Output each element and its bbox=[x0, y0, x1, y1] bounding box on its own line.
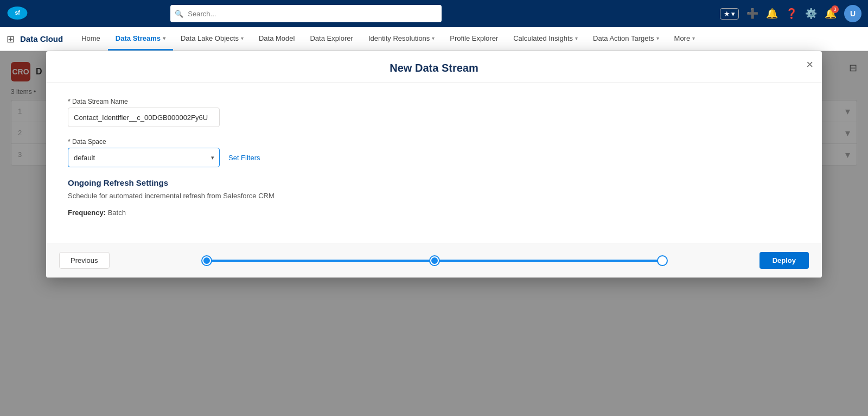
nav-profile-label: Profile Explorer bbox=[450, 34, 498, 42]
data-space-group: * Data Space default ▾ Set Filters bbox=[68, 138, 800, 167]
avatar[interactable]: U bbox=[844, 5, 861, 22]
search-bar: 🔍 bbox=[170, 5, 442, 22]
nav-item-data-lake-objects[interactable]: Data Lake Objects ▾ bbox=[173, 27, 251, 51]
help-button[interactable]: ❓ bbox=[786, 8, 797, 20]
modal-body: * Data Stream Name * Data Space default … bbox=[46, 83, 822, 243]
svg-text:sf: sf bbox=[15, 10, 20, 16]
set-filters-link[interactable]: Set Filters bbox=[228, 154, 260, 162]
nav-item-data-explorer[interactable]: Data Explorer bbox=[302, 27, 360, 51]
progress-step-1 bbox=[202, 256, 211, 265]
chevron-down-icon: ▾ bbox=[656, 35, 659, 41]
modal-title: New Data Stream bbox=[390, 62, 478, 74]
chevron-down-icon: ▾ bbox=[163, 35, 165, 41]
nav-item-home[interactable]: Home bbox=[74, 27, 108, 51]
modal-header: New Data Stream × bbox=[46, 51, 822, 83]
data-space-select[interactable]: default bbox=[68, 148, 220, 167]
ongoing-refresh-description: Schedule for automated incremental refre… bbox=[68, 192, 800, 200]
modal-footer: Previous Deploy bbox=[46, 243, 822, 278]
settings-icon[interactable]: ⚙️ bbox=[805, 8, 817, 20]
nav-data-action-label: Data Action Targets bbox=[593, 34, 654, 42]
app-grid-icon[interactable]: ⊞ bbox=[7, 33, 15, 45]
data-space-label: * Data Space bbox=[68, 138, 800, 146]
ongoing-refresh-section: Ongoing Refresh Settings Schedule for au… bbox=[68, 178, 800, 217]
nav-item-calculated-insights[interactable]: Calculated Insights ▾ bbox=[506, 27, 585, 51]
nav-data-model-label: Data Model bbox=[259, 34, 295, 42]
secondary-navigation: ⊞ Data Cloud Home Data Streams ▾ Data La… bbox=[0, 27, 868, 51]
data-stream-name-input[interactable] bbox=[68, 108, 220, 127]
add-button[interactable]: ➕ bbox=[746, 8, 758, 20]
chevron-down-icon: ▾ bbox=[241, 35, 244, 41]
nav-identity-label: Identity Resolutions bbox=[368, 34, 430, 42]
frequency-value: Batch bbox=[108, 209, 126, 217]
progress-track bbox=[207, 260, 662, 262]
chevron-down-icon: ▾ bbox=[731, 10, 735, 18]
new-data-stream-modal: New Data Stream × * Data Stream Name * D… bbox=[46, 51, 822, 278]
nav-item-data-model[interactable]: Data Model bbox=[251, 27, 302, 51]
search-input[interactable] bbox=[170, 5, 442, 22]
app-name: Data Cloud bbox=[20, 34, 63, 43]
nav-item-data-action-targets[interactable]: Data Action Targets ▾ bbox=[585, 27, 667, 51]
nav-calculated-label: Calculated Insights bbox=[513, 34, 573, 42]
nav-actions: ★ ▾ ➕ 🔔 ❓ ⚙️ 🔔 3 U bbox=[720, 5, 861, 22]
nav-item-data-streams[interactable]: Data Streams ▾ bbox=[108, 27, 173, 51]
progress-step-2 bbox=[430, 256, 439, 265]
nav-item-more[interactable]: More ▾ bbox=[667, 27, 703, 51]
ongoing-refresh-heading: Ongoing Refresh Settings bbox=[68, 178, 800, 187]
search-icon: 🔍 bbox=[175, 10, 183, 18]
frequency-row: Frequency: Batch bbox=[68, 209, 800, 217]
nav-item-profile-explorer[interactable]: Profile Explorer bbox=[442, 27, 506, 51]
nav-data-lake-label: Data Lake Objects bbox=[181, 34, 239, 42]
chevron-down-icon: ▾ bbox=[432, 35, 435, 41]
nav-data-explorer-label: Data Explorer bbox=[310, 34, 353, 42]
previous-button[interactable]: Previous bbox=[59, 252, 110, 269]
nav-more-label: More bbox=[674, 34, 691, 42]
nav-item-identity-resolutions[interactable]: Identity Resolutions ▾ bbox=[361, 27, 442, 51]
nav-data-streams-label: Data Streams bbox=[116, 34, 161, 42]
close-button[interactable]: × bbox=[806, 59, 813, 71]
frequency-label: Frequency: bbox=[68, 209, 106, 217]
nav-home-label: Home bbox=[81, 34, 100, 42]
data-space-select-wrapper: default ▾ bbox=[68, 148, 220, 167]
data-stream-name-group: * Data Stream Name bbox=[68, 98, 800, 127]
chevron-down-icon: ▾ bbox=[692, 35, 695, 41]
progress-bar-area bbox=[110, 260, 760, 262]
notification-badge: 3 bbox=[831, 5, 839, 13]
progress-step-3 bbox=[658, 256, 667, 265]
deploy-button[interactable]: Deploy bbox=[760, 252, 809, 269]
nav-items: Home Data Streams ▾ Data Lake Objects ▾ … bbox=[74, 27, 703, 51]
top-navigation: sf 🔍 ★ ▾ ➕ 🔔 ❓ ⚙️ 🔔 3 U bbox=[0, 0, 868, 27]
salesforce-logo[interactable]: sf bbox=[7, 2, 28, 26]
notification-dot-button[interactable]: 🔔 3 bbox=[825, 8, 837, 20]
main-content: CRO D Status 3 items • ⊟ 1 ▾ 2 ▾ 3 ▾ bbox=[0, 51, 868, 416]
data-space-row: default ▾ Set Filters bbox=[68, 148, 800, 167]
data-stream-name-label: * Data Stream Name bbox=[68, 98, 800, 105]
chevron-down-icon: ▾ bbox=[575, 35, 578, 41]
star-icon: ★ bbox=[724, 10, 730, 18]
modal-overlay: New Data Stream × * Data Stream Name * D… bbox=[0, 51, 868, 416]
favorites-button[interactable]: ★ ▾ bbox=[720, 8, 739, 20]
notification-bell-icon[interactable]: 🔔 bbox=[766, 8, 778, 20]
